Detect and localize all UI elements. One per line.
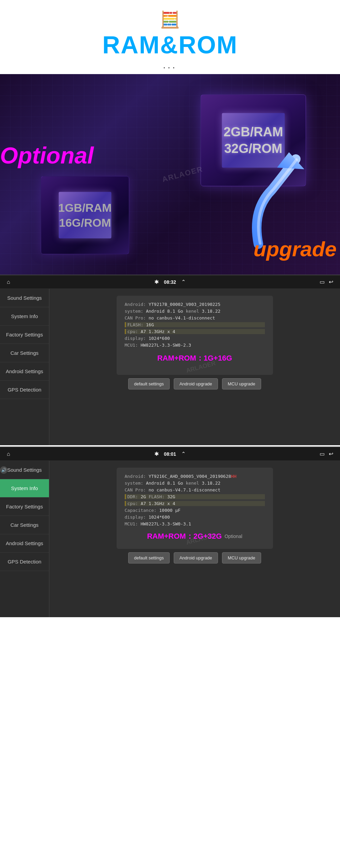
- can-row-1: CAN Pro: no canbus-V4.1-disconnect: [125, 315, 265, 320]
- sidebar-item-factory-1[interactable]: Factory Settings: [0, 326, 49, 344]
- bt-icon-1: ✱: [154, 279, 159, 285]
- dots-decoration: ...: [0, 60, 340, 71]
- top-header: 🧮 RAM&ROM ...: [0, 0, 340, 74]
- android-panel-1: ⌂ ✱ 08:32 ⌃ ▭ ↩ Sound Settings System In…: [0, 275, 340, 445]
- ram-rom-display-1: RAM+ROM：1G+16G: [125, 353, 265, 363]
- expand-icon-2[interactable]: ⌃: [181, 451, 186, 457]
- menu-icon-1[interactable]: ▭: [320, 279, 325, 285]
- capacitance-row-2: Capacitance: 10000 μF: [125, 508, 265, 513]
- sidebar-item-factory-2[interactable]: Factory Settings: [0, 498, 49, 516]
- mcu-upgrade-btn-2[interactable]: MCU upgrade: [222, 552, 261, 563]
- optional-badge-2: Optional: [224, 534, 242, 539]
- expand-icon-1[interactable]: ⌃: [181, 279, 186, 285]
- banner-watermark: ARLAOER: [161, 165, 204, 184]
- content-panel-1: Android: YT9217B_00002_V003_20190225 sys…: [49, 289, 340, 445]
- display-row-2: display: 1024*600: [125, 515, 265, 520]
- cpu-row-1: cpu: A7 1.3GHz x 4: [125, 329, 265, 334]
- sidebar-item-sound-1[interactable]: Sound Settings: [0, 289, 49, 307]
- system-row-2: system: Android 8.1 Go kenel 3.18.22: [125, 481, 265, 486]
- mcu-upgrade-btn-1[interactable]: MCU upgrade: [222, 378, 261, 389]
- android-red-text-2: HH: [231, 474, 237, 479]
- sidebar-item-android-2[interactable]: Android Settings: [0, 534, 49, 553]
- status-bar-1: ⌂ ✱ 08:32 ⌃ ▭ ↩: [0, 275, 340, 289]
- status-right-1: ▭ ↩: [224, 279, 333, 285]
- time-display-2: 08:01: [164, 451, 176, 457]
- ddr-row-2: DDR: 2G FLASH: 32G: [125, 494, 265, 499]
- ram-rom-display-2: RAM+ROM：2G+32G: [147, 531, 222, 541]
- info-card-2: Android: YT9216C_AHD_00005_V004_20190628…: [117, 468, 273, 549]
- time-display-1: 08:32: [164, 279, 176, 285]
- android-row-1: Android: YT9217B_00002_V003_20190225: [125, 302, 265, 307]
- info-card-1: Android: YT9217B_00002_V003_20190225 sys…: [117, 296, 273, 375]
- android-upgrade-btn-2[interactable]: Android upgrade: [174, 552, 218, 563]
- status-center-1: ✱ 08:32 ⌃: [116, 279, 224, 285]
- android-panel-2: ⌂ ✱ 08:01 ⌃ ▭ ↩ Sound Settings 🔊 System …: [0, 447, 340, 617]
- display-row-1: display: 1024*600: [125, 336, 265, 341]
- sidebar-2: Sound Settings 🔊 System Info Factory Set…: [0, 461, 49, 617]
- sidebar-item-car-1[interactable]: Car Settings: [0, 344, 49, 362]
- mcu-row-2: MCU1: HW8227L-3.3-SW0-3.1: [125, 521, 265, 526]
- status-left-2: ⌂: [7, 451, 116, 457]
- status-right-2: ▭ ↩: [224, 451, 333, 457]
- main-content-2: Sound Settings 🔊 System Info Factory Set…: [0, 461, 340, 617]
- main-content-1: Sound Settings System Info Factory Setti…: [0, 289, 340, 445]
- system-row-1: system: Android 8.1 Go kenel 3.18.22: [125, 309, 265, 314]
- sidebar-item-sysinfo-1[interactable]: System Info: [0, 307, 49, 326]
- cpu-row-2: cpu: A7 1.3GHz x 4: [125, 501, 265, 506]
- back-icon-2[interactable]: ↩: [329, 451, 333, 457]
- button-row-1: default settings Android upgrade MCU upg…: [128, 378, 261, 389]
- android-upgrade-btn-1[interactable]: Android upgrade: [174, 378, 218, 389]
- sidebar-1: Sound Settings System Info Factory Setti…: [0, 289, 49, 445]
- chip-card-small: 1GB/RAM 16G/ROM: [41, 176, 129, 254]
- sidebar-item-gps-1[interactable]: GPS Detection: [0, 381, 49, 399]
- home-icon-1[interactable]: ⌂: [7, 279, 10, 285]
- button-row-2: default settings Android upgrade MCU upg…: [128, 552, 261, 563]
- status-center-2: ✱ 08:01 ⌃: [116, 451, 224, 457]
- bt-icon-2: ✱: [154, 451, 159, 457]
- android-row-2: Android: YT9216C_AHD_00005_V004_20190628…: [125, 474, 265, 479]
- content-panel-2: Android: YT9216C_AHD_00005_V004_20190628…: [49, 461, 340, 617]
- chip-icon: 🧮: [0, 10, 340, 29]
- optional-text: Optional: [0, 142, 94, 169]
- sidebar-item-sysinfo-2[interactable]: System Info: [0, 479, 49, 498]
- status-left-1: ⌂: [7, 279, 116, 285]
- sidebar-item-gps-2[interactable]: GPS Detection: [0, 553, 49, 571]
- home-icon-2[interactable]: ⌂: [7, 451, 10, 457]
- flash-row-1: FLASH: 16G: [125, 322, 265, 327]
- default-settings-btn-1[interactable]: default settings: [128, 378, 169, 389]
- mcu-row-1: MCU1: HW8227L-3.3-SW0-2.3: [125, 343, 265, 348]
- banner-section: 2GB/RAM 32G/ROM 1GB/RAM 16G/ROM Optional: [0, 74, 340, 275]
- chip-label-small: 1GB/RAM 16G/ROM: [58, 200, 112, 230]
- menu-icon-2[interactable]: ▭: [320, 451, 325, 457]
- sidebar-item-sound-2[interactable]: Sound Settings 🔊: [0, 461, 49, 479]
- default-settings-btn-2[interactable]: default settings: [128, 552, 169, 563]
- can-row-2: CAN Pro: no canbus-V4.7.1-disconnect: [125, 487, 265, 492]
- upgrade-text: upgrade: [253, 237, 337, 261]
- main-title: RAM&ROM: [0, 33, 340, 57]
- back-icon-1[interactable]: ↩: [329, 279, 333, 285]
- sidebar-item-car-2[interactable]: Car Settings: [0, 516, 49, 534]
- status-bar-2: ⌂ ✱ 08:01 ⌃ ▭ ↩: [0, 447, 340, 461]
- sidebar-item-android-1[interactable]: Android Settings: [0, 362, 49, 381]
